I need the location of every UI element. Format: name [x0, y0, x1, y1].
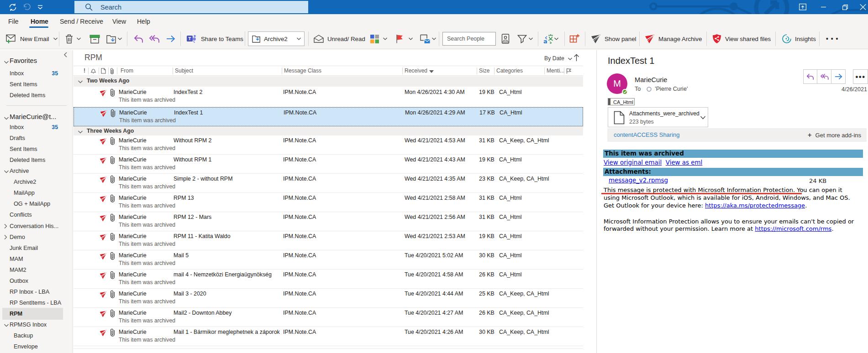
sidebar-item-archive2[interactable]: Archive2: [0, 176, 73, 187]
section-chevron[interactable]: [4, 114, 9, 122]
folder-section-header[interactable]: MarieCurie@t...: [0, 111, 73, 122]
tab-send-receive[interactable]: Send / Receive: [60, 14, 103, 28]
filter-email-button[interactable]: [517, 28, 527, 49]
body-hyperlink[interactable]: https://microsoft.com/rms: [755, 225, 831, 232]
rules-dropdown-button[interactable]: [432, 28, 436, 49]
sidebar-item-conflicts[interactable]: Conflicts: [0, 209, 73, 220]
categorize-dropdown-button[interactable]: [383, 28, 387, 49]
view-as-eml-link[interactable]: View as eml: [666, 159, 702, 166]
body-hyperlink[interactable]: https://aka.ms/protectedmessage: [705, 202, 805, 209]
sidebar-item-deleted-items[interactable]: Deleted Items: [0, 90, 73, 101]
message-row[interactable]: MarieCurieMail 1 - Bármikor meglephetnek…: [74, 327, 583, 346]
sidebar-item-sent-items[interactable]: Sent Items: [0, 79, 73, 90]
attachment-column-header[interactable]: [110, 68, 114, 76]
undo-quick-button[interactable]: [20, 0, 34, 14]
section-chevron[interactable]: [4, 57, 9, 66]
more-commands-button[interactable]: • • •: [826, 28, 838, 49]
view-shared-files-button[interactable]: View shared files: [712, 28, 771, 49]
follow-up-dropdown-button[interactable]: [409, 28, 413, 49]
archive-button[interactable]: [89, 28, 100, 49]
sidebar-item-demo[interactable]: Demo: [0, 232, 73, 243]
group-header-two-weeks-ago[interactable]: Two Weeks Ago: [74, 76, 583, 87]
message-class-column-header[interactable]: Message Class: [284, 67, 321, 74]
subject-column-header[interactable]: Subject: [175, 67, 193, 74]
sidebar-item-outbox[interactable]: Outbox: [0, 275, 73, 286]
folder-collapsed-chevron[interactable]: [4, 233, 7, 241]
translate-button[interactable]: a: [543, 28, 554, 49]
new-email-button[interactable]: New Email: [6, 28, 58, 49]
quick-move-combobox[interactable]: Archive2: [248, 31, 305, 46]
ribbon-display-options-button[interactable]: [795, 0, 810, 14]
sort-direction-button[interactable]: [573, 54, 579, 63]
show-panel-button[interactable]: Show panel: [591, 28, 637, 49]
message-row[interactable]: MarieCurieMail 5IPM.Note.CATue 4/20/2021…: [74, 250, 583, 270]
unread-read-button[interactable]: Unread/ Read: [314, 28, 365, 49]
message-row[interactable]: MarieCurieWithout RPM 2IPM.Note.CAWed 4/…: [74, 135, 583, 155]
categories-column-header[interactable]: Categories: [496, 67, 523, 74]
received-column-header[interactable]: Received: [405, 67, 427, 74]
message-row[interactable]: MarieCurieIndexTest 1IPM.Note.CAMon 4/26…: [74, 107, 583, 127]
message-row[interactable]: MarieCurieRPM 12 - MarsIPM.Note.CAWed 4/…: [74, 212, 583, 231]
mention-column-header[interactable]: Menti...: [547, 67, 564, 74]
tab-file[interactable]: File: [8, 14, 19, 28]
sidebar-item-archive[interactable]: Archive: [0, 166, 73, 176]
view-original-email-link[interactable]: View original email: [604, 159, 662, 166]
translate-dropdown-button[interactable]: [554, 28, 558, 49]
search-input[interactable]: Search: [74, 1, 308, 13]
restore-button[interactable]: [837, 0, 853, 14]
message-row[interactable]: MarieCurieWithout RPM 1IPM.Note.CAWed 4/…: [74, 155, 583, 174]
sidebar-item-og-mailapp[interactable]: OG + MailApp: [0, 198, 73, 209]
message-row[interactable]: MarieCurieRPM 13IPM.Note.CAWed 4/21/2021…: [74, 193, 583, 212]
sidebar-item-inbox[interactable]: Inbox35: [0, 122, 73, 133]
share-to-teams-button[interactable]: Share to Teams: [186, 28, 243, 49]
message-row[interactable]: MarieCurieIndexTest 2IPM.Note.CAMon 4/26…: [74, 87, 583, 107]
message-row[interactable]: MarieCurieSimple 2 - without RPMIPM.Note…: [74, 174, 583, 193]
group-header-three-weeks-ago[interactable]: Three Weeks Ago: [74, 126, 583, 135]
sidebar-item-envelope[interactable]: Envelope: [0, 341, 73, 352]
icon-column-header[interactable]: [101, 68, 106, 75]
forward-button[interactable]: [166, 28, 175, 49]
sort-by-button[interactable]: By Date: [544, 55, 572, 62]
search-people-input[interactable]: Search People: [442, 32, 496, 46]
sidebar-item-conversation-his[interactable]: Conversation His...: [0, 221, 73, 232]
close-button[interactable]: [858, 0, 868, 14]
sidebar-item-sent-items[interactable]: Sent Items: [0, 144, 73, 155]
sidebar-item-deleted-items[interactable]: Deleted Items: [0, 155, 73, 166]
delete-dropdown-button[interactable]: [77, 28, 81, 49]
address-book-button[interactable]: [501, 28, 510, 49]
tab-help[interactable]: Help: [137, 14, 150, 28]
reply-all-button[interactable]: [149, 28, 159, 49]
browse-add-ins-button[interactable]: [569, 28, 580, 49]
sidebar-item-rpmsg-inbox[interactable]: RPMSG Inbox: [0, 319, 73, 330]
send-receive-quick-button[interactable]: [6, 0, 20, 14]
sidebar-item-mam2[interactable]: MAM2: [0, 265, 73, 275]
message-row[interactable]: MarieCurieRPM 11 - Katita WaldoIPM.Note.…: [74, 231, 583, 250]
sidebar-item-mam[interactable]: MAM: [0, 254, 73, 265]
folder-expanded-chevron[interactable]: [4, 167, 9, 175]
minimize-button[interactable]: [815, 0, 831, 14]
reminder-column-header[interactable]: [90, 68, 96, 75]
folder-section-header[interactable]: Favorites: [0, 55, 73, 66]
message-row[interactable]: MarieCurieMail 3 - 2020IPM.Note.CATue 4/…: [74, 289, 583, 308]
message-row[interactable]: MarieCuriemail 4 - Nemzetközi Energiaügy…: [74, 270, 583, 289]
message-row[interactable]: MarieCurieMail2 - Downton AbbeyIPM.Note.…: [74, 308, 583, 327]
customize-quick-access-toolbar-button[interactable]: [35, 0, 46, 14]
sidebar-item-rp-sentitems-lba[interactable]: RP SentItems - LBA: [0, 297, 73, 308]
follow-up-flag-button[interactable]: [395, 28, 404, 49]
sidebar-item-mailapp[interactable]: MailApp: [0, 187, 73, 198]
folder-expanded-chevron[interactable]: [4, 321, 9, 329]
categorize-button[interactable]: [370, 28, 379, 49]
move-to-dropdown-button[interactable]: [118, 28, 122, 49]
tab-view[interactable]: View: [112, 14, 126, 28]
sidebar-item-inbox[interactable]: Inbox35: [0, 68, 73, 79]
flag-column-header[interactable]: [566, 68, 572, 75]
sidebar-item-junk-email[interactable]: Junk Email: [0, 243, 73, 254]
manage-archive-button[interactable]: Manage Archive: [645, 28, 702, 49]
size-column-header[interactable]: Size: [479, 67, 489, 74]
reply-button[interactable]: [134, 28, 143, 49]
sidebar-item-rp-inbox-lba[interactable]: RP Inbox - LBA: [0, 286, 73, 297]
filter-dropdown-button[interactable]: [529, 28, 533, 49]
from-column-header[interactable]: From: [121, 67, 133, 74]
rules-button[interactable]: [420, 28, 430, 49]
move-to-button[interactable]: [106, 28, 116, 49]
